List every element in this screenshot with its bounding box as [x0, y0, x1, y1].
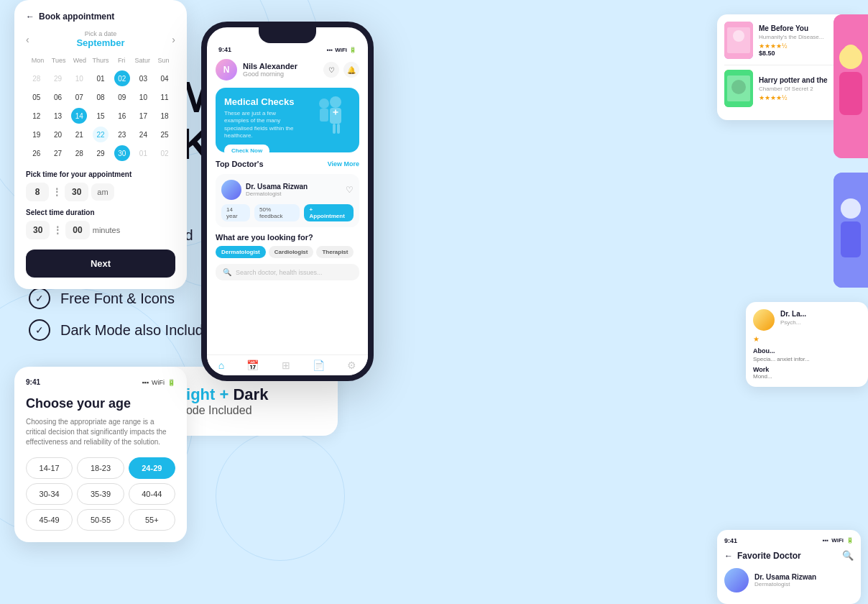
cal-day[interactable]: 06	[50, 89, 66, 105]
age-btn-45-49[interactable]: 45-49	[26, 509, 73, 531]
fav-doc-name: Dr. Usama Rizwan	[754, 573, 816, 581]
calendar-grid: Mon Tues Wed Thurs Fri Satur Sun	[26, 54, 175, 70]
duration-colon: ⋮	[52, 224, 63, 236]
doctor-stats: 14 year 50% feedback + Appointment	[221, 204, 354, 221]
doctor-card: Dr. Usama Rizwan Dermatologist ♡ 14 year…	[216, 174, 359, 227]
cal-day[interactable]: 27	[50, 145, 66, 161]
svg-point-12	[319, 99, 329, 109]
cal-week-4: 19 20 21 22 23 24 25	[26, 126, 175, 143]
age-card: 9:41 ▪▪▪ WiFi 🔋 Choose your age Choosing…	[14, 367, 187, 542]
mode-text: Light + Dark	[177, 385, 269, 404]
cal-day-selected[interactable]: 02	[114, 70, 130, 86]
cal-day[interactable]: 01	[93, 70, 108, 86]
nav-calendar-icon[interactable]: 📅	[246, 360, 259, 371]
back-button[interactable]: ← Book appointment	[26, 12, 175, 22]
cal-day[interactable]: 24	[135, 127, 151, 142]
cal-day[interactable]: 28	[71, 145, 87, 161]
notification-button[interactable]: 🔔	[343, 62, 359, 78]
cal-day[interactable]: 15	[93, 108, 108, 124]
age-btn-24-29[interactable]: 24-29	[129, 457, 175, 479]
user-photo-1	[834, 14, 868, 158]
view-more-link[interactable]: View More	[328, 160, 359, 168]
banner-desc: These are just a few examples of the man…	[224, 110, 296, 140]
check-now-button[interactable]: Check Now	[224, 145, 269, 152]
search-placeholder: Search doctor, health issues...	[236, 269, 323, 276]
fav-back-arrow: ←	[724, 551, 733, 561]
nav-home-icon[interactable]: ⌂	[218, 360, 224, 371]
cal-day[interactable]: 10	[135, 89, 151, 105]
cal-day[interactable]: 04	[157, 70, 172, 86]
spec-pill-therapy[interactable]: Therapist	[316, 246, 354, 258]
duration-val1[interactable]: 30	[26, 221, 50, 239]
next-button[interactable]: Next	[26, 250, 175, 278]
time-section: Pick time for your appointment 8 ⋮ 30 am…	[26, 170, 175, 239]
mode-sub: Mode Included	[177, 404, 269, 417]
cal-day[interactable]: 08	[93, 89, 108, 105]
age-status-bar: 9:41 ▪▪▪ WiFi 🔋	[26, 378, 175, 386]
time-minute[interactable]: 30	[65, 183, 88, 201]
age-btn-50-55[interactable]: 50-55	[77, 509, 124, 531]
cal-day[interactable]: 12	[29, 108, 45, 124]
cal-day[interactable]: 23	[114, 127, 130, 142]
cal-day[interactable]: 10	[71, 70, 87, 86]
cal-day-highlighted[interactable]: 22	[93, 127, 108, 142]
month-year-label: Pick a date September	[76, 30, 124, 48]
nav-grid-icon[interactable]: ⊞	[282, 360, 290, 371]
years-stat: 14 year	[221, 204, 250, 221]
duration-val2[interactable]: 00	[65, 221, 89, 239]
day-header-thu: Thurs	[90, 55, 111, 65]
time-hour[interactable]: 8	[26, 183, 49, 201]
book-cover-2	[724, 70, 753, 107]
cal-day[interactable]: 07	[71, 89, 87, 105]
search-bar[interactable]: 🔍 Search doctor, health issues...	[216, 264, 359, 280]
cal-day[interactable]: 05	[29, 89, 45, 105]
age-btn-55-plus[interactable]: 55+	[129, 509, 175, 531]
back-arrow-icon: ←	[26, 12, 34, 22]
cal-day[interactable]: 13	[50, 108, 66, 124]
svg-rect-22	[839, 72, 862, 115]
cal-day[interactable]: 17	[135, 108, 151, 124]
cal-day[interactable]: 21	[71, 127, 87, 142]
cal-day[interactable]: 20	[50, 127, 66, 142]
appointment-button[interactable]: + Appointment	[304, 204, 354, 221]
cal-day[interactable]: 29	[50, 70, 66, 86]
phone-wifi-icon: WiFi	[335, 47, 347, 53]
svg-rect-8	[333, 124, 336, 134]
doctor-heart-icon[interactable]: ♡	[346, 185, 354, 195]
user-row: N Nils Alexander Good morning ♡ 🔔	[216, 59, 359, 81]
prev-month-button[interactable]: ‹	[26, 34, 29, 45]
cal-day[interactable]: 03	[135, 70, 151, 86]
cal-day[interactable]: 25	[157, 127, 172, 142]
heart-button[interactable]: ♡	[323, 62, 339, 78]
duration-picker: 30 ⋮ 00 minutes	[26, 221, 175, 239]
spec-pill-derm[interactable]: Dermatologist	[216, 246, 266, 258]
cal-day[interactable]: 18	[157, 108, 172, 124]
fav-search-icon[interactable]: 🔍	[842, 550, 854, 561]
cal-day[interactable]: 09	[114, 89, 130, 105]
cal-day[interactable]: 11	[157, 89, 172, 105]
age-btn-30-34[interactable]: 30-34	[26, 483, 73, 505]
nav-settings-icon[interactable]: ⚙	[347, 360, 356, 371]
cal-day-today[interactable]: 14	[71, 108, 87, 124]
time-ampm[interactable]: am	[91, 183, 114, 201]
cal-day[interactable]: 29	[93, 145, 108, 161]
book-cover-1	[724, 22, 753, 59]
next-month-button[interactable]: ›	[172, 34, 175, 45]
svg-point-25	[841, 198, 861, 219]
cal-day[interactable]: 01	[135, 145, 151, 161]
age-btn-35-39[interactable]: 35-39	[77, 483, 124, 505]
cal-day[interactable]: 19	[29, 127, 45, 142]
spec-pill-cardio[interactable]: Cardiologist	[269, 246, 314, 258]
cal-day[interactable]: 26	[29, 145, 45, 161]
age-btn-18-23[interactable]: 18-23	[77, 457, 124, 479]
day-header-fri: Fri	[111, 55, 132, 65]
cal-day[interactable]: 02	[157, 145, 172, 161]
cal-day-blue[interactable]: 30	[114, 145, 130, 161]
age-btn-40-44[interactable]: 40-44	[129, 483, 175, 505]
age-btn-14-17[interactable]: 14-17	[26, 457, 73, 479]
cal-day[interactable]: 16	[114, 108, 130, 124]
dr-la-name: Dr. La...	[780, 310, 806, 318]
svg-point-16	[733, 30, 744, 42]
cal-day[interactable]: 28	[29, 70, 45, 86]
nav-file-icon[interactable]: 📄	[313, 360, 325, 371]
